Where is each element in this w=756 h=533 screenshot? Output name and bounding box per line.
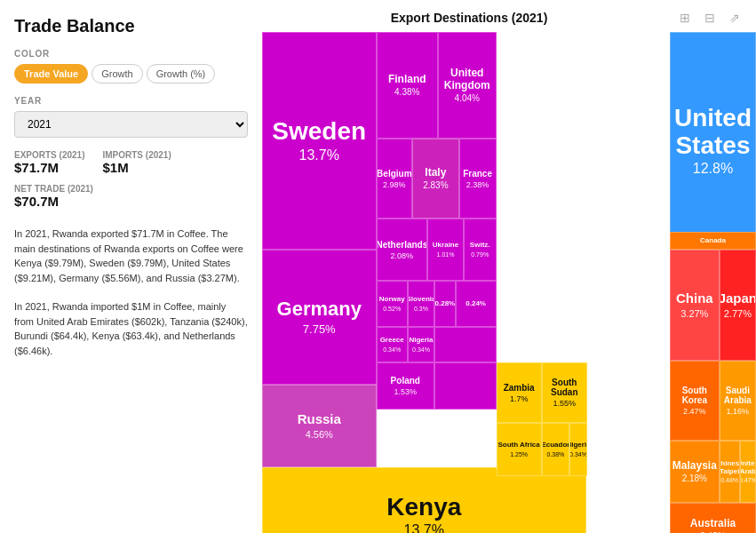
- cell-country-value: 13.7%: [404, 522, 444, 533]
- imports-label: IMPORTS (2021): [102, 150, 171, 160]
- treemap-cell-0.28%: 0.28%: [434, 281, 456, 327]
- year-label: YEAR: [14, 96, 248, 106]
- cell-country-value: 12.8%: [693, 161, 733, 177]
- left-panel: Trade Balance COLOR Trade Value Growth G…: [0, 0, 262, 533]
- treemap-cell-: [434, 362, 497, 410]
- cell-country-name: Zambia: [504, 383, 535, 393]
- cell-country-value: 1.7%: [510, 394, 529, 403]
- cell-country-name: Ecuador: [542, 442, 569, 449]
- cell-country-name: France: [463, 169, 492, 179]
- cell-country-value: 0.79%: [471, 251, 489, 258]
- year-select[interactable]: 2021: [14, 111, 248, 138]
- cell-country-value: 2.83%: [423, 180, 448, 190]
- treemap-cell-zambia: Zambia1.7%: [497, 362, 542, 423]
- treemap-cell-ecuador: Ecuador0.38%: [542, 423, 569, 476]
- cell-country-value: 0.34%: [383, 346, 401, 353]
- cell-country-name: Greece: [380, 337, 404, 345]
- treemap-cell-south-africa: South Africa1.25%: [497, 423, 542, 476]
- treemap-cell-saudi-arabia: Saudi Arabia1.16%: [720, 361, 756, 441]
- cell-country-value: 4.04%: [455, 93, 480, 103]
- treemap-cell-japan: Japan2.77%: [720, 250, 756, 361]
- cell-country-value: 0.38%: [547, 451, 565, 457]
- cell-country-name: Malaysia: [672, 460, 717, 472]
- treemap-cell-: [434, 327, 497, 362]
- cell-country-name: United States: [671, 105, 755, 160]
- cell-country-value: 2.98%: [383, 180, 406, 189]
- cell-country-value: 2.77%: [724, 308, 752, 319]
- description-2: In 2021, Rwanda imported $1M in Coffee, …: [14, 299, 248, 358]
- cell-country-value: 4.56%: [306, 429, 333, 440]
- treemap-cell-south-korea: South Korea2.47%: [670, 361, 720, 441]
- cell-country-value: 0.48%: [720, 477, 738, 483]
- cell-country-value: 0.34%: [412, 346, 430, 353]
- treemap-cell-nigeria: Nigeria0.34%: [408, 327, 434, 362]
- cell-country-name: United Kingdom: [439, 68, 496, 91]
- treemap-cell-kenya: Kenya13.7%: [262, 467, 586, 533]
- chart-header: Export Destinations (2021) ⊞ ⊟ ⇗: [262, 9, 747, 27]
- exports-value: $71.7M: [14, 160, 84, 175]
- treemap: Sweden13.7%Germany7.75%Russia4.56%Finlan…: [262, 32, 747, 467]
- chart-icon-group: ⊞ ⊟ ⇗: [676, 9, 744, 27]
- color-btn-growth-pct[interactable]: Growth (%): [147, 64, 216, 84]
- net-trade-block: NET TRADE (2021) $70.7M: [14, 184, 248, 209]
- treemap-cell-switz.: Switz.0.79%: [464, 219, 497, 281]
- treemap-cell-united-kingdom: United Kingdom4.04%: [438, 32, 497, 139]
- color-btn-trade-value[interactable]: Trade Value: [14, 64, 88, 84]
- cell-country-value: 0.52%: [383, 306, 401, 312]
- exports-block: EXPORTS (2021) $71.7M: [14, 150, 84, 175]
- treemap-cell-canada: Canada: [670, 232, 756, 250]
- cell-country-name: Australia: [690, 518, 736, 529]
- treemap-cell-italy: Italy2.83%: [412, 139, 458, 219]
- cell-country-name: 0.24%: [466, 300, 486, 308]
- cell-country-name: Italy: [425, 167, 446, 179]
- cell-country-name: Finland: [388, 74, 426, 85]
- cell-country-name: Russia: [298, 412, 341, 427]
- treemap-cell-sweden: Sweden13.7%: [262, 32, 377, 250]
- cell-country-value: 0.34%: [569, 451, 587, 457]
- cell-country-value: 4.38%: [394, 87, 419, 97]
- cell-country-name: South Sudan: [543, 378, 586, 397]
- treemap-cell-germany: Germany7.75%: [262, 250, 377, 385]
- cell-country-name: South Korea: [671, 386, 719, 405]
- treemap-cell-chinese-taipei: Chinese Taipei0.48%: [720, 441, 740, 503]
- cell-country-value: 1.25%: [510, 451, 528, 457]
- treemap-cell-finland: Finland4.38%: [377, 32, 439, 139]
- treemap-cell-russia: Russia4.56%: [262, 385, 377, 467]
- share-icon[interactable]: ⇗: [726, 9, 744, 27]
- cell-country-value: 2.38%: [466, 180, 489, 189]
- cell-country-name: South Africa: [498, 442, 540, 449]
- cell-country-name: Japan: [720, 291, 756, 306]
- cell-country-name: Kenya: [386, 494, 461, 521]
- treemap-cell-united-states: United States12.8%: [670, 32, 756, 250]
- cell-country-name: United Arab: [740, 460, 756, 476]
- treemap-cell-australia: Australia2.43%: [670, 503, 756, 533]
- imports-value: $1M: [102, 160, 171, 175]
- treemap-cell-netherlands: Netherlands2.08%: [377, 219, 428, 281]
- net-trade-label: NET TRADE (2021): [14, 184, 248, 194]
- description-1: In 2021, Rwanda exported $71.7M in Coffe…: [14, 227, 248, 285]
- imports-block: IMPORTS (2021) $1M: [102, 150, 171, 175]
- color-btn-growth[interactable]: Growth: [92, 64, 142, 84]
- right-panel: Export Destinations (2021) ⊞ ⊟ ⇗ Sweden1…: [262, 0, 756, 533]
- cell-country-value: 1.01%: [437, 251, 455, 258]
- cell-country-name: Germany: [277, 298, 362, 320]
- grid-icon[interactable]: ⊞: [676, 9, 694, 27]
- treemap-cell-belgium: Belgium2.98%: [377, 139, 413, 219]
- treemap-cell-greece: Greece0.34%: [377, 327, 408, 362]
- cell-country-name: Belgium: [377, 169, 411, 179]
- treemap-cell-nigeria: Nigeria0.34%: [569, 423, 587, 476]
- page-title: Trade Balance: [14, 16, 248, 36]
- cell-country-name: 0.28%: [435, 300, 456, 308]
- cell-country-name: Poland: [391, 376, 420, 386]
- cell-country-value: 7.75%: [303, 322, 336, 336]
- treemap-cell-slovenia: Slovenia0.3%: [408, 281, 434, 327]
- treemap-cell-united-arab: United Arab0.47%: [740, 441, 756, 503]
- cell-country-name: Norway: [379, 296, 405, 304]
- download-icon[interactable]: ⊟: [701, 9, 719, 27]
- cell-country-value: 13.7%: [299, 147, 339, 163]
- treemap-cell-poland: Poland1.53%: [377, 362, 435, 410]
- cell-country-value: 0.47%: [740, 477, 756, 483]
- cell-country-name: Switz.: [470, 242, 490, 250]
- treemap-cell-norway: Norway0.52%: [377, 281, 408, 327]
- cell-country-value: 1.55%: [553, 399, 577, 408]
